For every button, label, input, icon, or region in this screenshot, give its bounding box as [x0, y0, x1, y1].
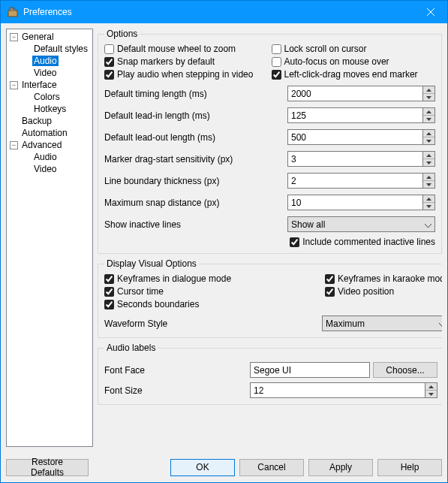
input-timing[interactable]: [287, 86, 422, 101]
checkbox[interactable]: [104, 300, 114, 309]
lbl-leadout: Default lead-out length (ms): [104, 132, 287, 143]
spin-up-icon[interactable]: [423, 108, 434, 116]
chevron-down-icon: [439, 318, 442, 329]
spin-linebound[interactable]: [287, 173, 435, 189]
checkbox[interactable]: [325, 274, 335, 284]
tree-node-default-styles[interactable]: Default styles: [7, 43, 92, 55]
cb-auto-focus[interactable]: Auto-focus on mouse over: [272, 56, 436, 67]
cancel-button[interactable]: Cancel: [239, 459, 304, 476]
checkbox[interactable]: [272, 70, 281, 80]
checkbox[interactable]: [325, 287, 335, 297]
checkbox[interactable]: [104, 44, 114, 54]
tree-node-audio[interactable]: Audio: [7, 55, 92, 67]
spin-down-icon[interactable]: [423, 181, 434, 188]
lbl-font-face: Font Face: [104, 365, 250, 376]
preferences-window: Preferences −General Default styles Audi…: [0, 0, 448, 483]
lbl-leadin: Default lead-in length (ms): [104, 110, 287, 121]
spin-down-icon[interactable]: [425, 391, 437, 397]
tree-node-adv-video[interactable]: Video: [7, 163, 92, 175]
input-font-face[interactable]: [250, 362, 370, 378]
spin-up-icon[interactable]: [425, 383, 437, 391]
spin-font-size[interactable]: [250, 382, 437, 398]
checkbox[interactable]: [104, 287, 114, 297]
tree-node-hotkeys[interactable]: Hotkeys: [7, 103, 92, 115]
category-tree[interactable]: −General Default styles Audio Video −Int…: [6, 29, 93, 447]
spin-up-icon[interactable]: [423, 152, 434, 159]
spin-leadin[interactable]: [287, 107, 435, 123]
spin-timing[interactable]: [287, 86, 435, 101]
checkbox[interactable]: [290, 237, 299, 247]
lbl-font-size: Font Size: [104, 385, 250, 396]
input-leadin[interactable]: [287, 107, 422, 123]
tree-node-adv-audio[interactable]: Audio: [7, 151, 92, 163]
lbl-timing: Default timing length (ms): [104, 89, 287, 99]
spin-leadout[interactable]: [287, 129, 435, 145]
lbl-linebound: Line boundary thickness (px): [104, 176, 287, 186]
cb-play-audio[interactable]: Play audio when stepping in video: [104, 69, 269, 80]
tree-node-advanced[interactable]: −Advanced: [7, 139, 92, 151]
checkbox[interactable]: [272, 57, 281, 67]
lbl-inactive: Show inactive lines: [104, 219, 287, 230]
spin-up-icon[interactable]: [423, 130, 434, 137]
checkbox[interactable]: [104, 57, 114, 67]
lbl-dragstart: Marker drag-start sensitivity (px): [104, 154, 287, 165]
audiolabels-legend: Audio labels: [104, 343, 158, 353]
choose-font-button[interactable]: Choose...: [373, 362, 437, 378]
restore-defaults-button[interactable]: Restore Defaults: [6, 459, 89, 476]
spin-down-icon[interactable]: [423, 159, 434, 166]
spin-up-icon[interactable]: [423, 195, 434, 203]
apply-button[interactable]: Apply: [308, 459, 373, 476]
cb-kf-karaoke[interactable]: Keyframes in karaoke mode: [325, 273, 442, 284]
input-snapdist[interactable]: [287, 195, 422, 210]
collapse-icon[interactable]: −: [10, 81, 18, 89]
input-font-size[interactable]: [250, 382, 425, 398]
spin-down-icon[interactable]: [423, 94, 434, 101]
help-button[interactable]: Help: [377, 459, 442, 476]
checkbox[interactable]: [104, 274, 114, 284]
tree-node-video[interactable]: Video: [7, 67, 92, 79]
checkbox[interactable]: [104, 70, 114, 80]
cb-video-pos[interactable]: Video position: [325, 286, 442, 297]
tree-node-interface[interactable]: −Interface: [7, 79, 92, 91]
collapse-icon[interactable]: −: [10, 141, 18, 149]
cb-seconds[interactable]: Seconds boundaries: [104, 299, 322, 309]
combo-inactive[interactable]: Show all: [287, 216, 435, 232]
input-dragstart[interactable]: [287, 151, 422, 167]
tree-node-colors[interactable]: Colors: [7, 91, 92, 103]
spin-dragstart[interactable]: [287, 151, 435, 167]
titlebar: Preferences: [1, 1, 447, 23]
spin-down-icon[interactable]: [423, 203, 434, 210]
checkbox[interactable]: [272, 44, 281, 54]
svg-rect-0: [8, 11, 17, 17]
window-title: Preferences: [23, 7, 413, 17]
display-legend: Display Visual Options: [104, 258, 199, 269]
collapse-icon[interactable]: −: [10, 33, 18, 41]
lbl-waveform: Waveform Style: [104, 318, 322, 329]
cb-left-click-drag[interactable]: Left-click-drag moves end marker: [272, 69, 436, 80]
combo-waveform[interactable]: Maximum: [322, 315, 442, 331]
options-group: Options Default mouse wheel to zoom Lock…: [98, 29, 442, 254]
footer: Restore Defaults OK Cancel Apply Help: [1, 452, 447, 482]
cb-kf-dialogue[interactable]: Keyframes in dialogue mode: [104, 273, 322, 284]
cb-default-wheel-zoom[interactable]: Default mouse wheel to zoom: [104, 44, 269, 54]
spin-up-icon[interactable]: [423, 86, 434, 94]
input-leadout[interactable]: [287, 129, 422, 145]
cb-include-commented[interactable]: Include commented inactive lines: [290, 237, 435, 247]
tree-node-backup[interactable]: Backup: [7, 115, 92, 127]
cb-lock-scroll[interactable]: Lock scroll on cursor: [272, 44, 436, 54]
spin-down-icon[interactable]: [423, 137, 434, 144]
display-group: Display Visual Options Keyframes in dial…: [98, 258, 442, 338]
spin-up-icon[interactable]: [423, 174, 434, 181]
cb-cursor-time[interactable]: Cursor time: [104, 286, 322, 297]
tree-node-automation[interactable]: Automation: [7, 127, 92, 139]
close-button[interactable]: [413, 1, 447, 23]
options-legend: Options: [104, 29, 140, 39]
input-linebound[interactable]: [287, 173, 422, 189]
ok-button[interactable]: OK: [170, 459, 235, 476]
spin-snapdist[interactable]: [287, 195, 435, 210]
tree-node-general[interactable]: −General: [7, 31, 92, 43]
app-icon: [7, 6, 19, 18]
cb-snap-markers[interactable]: Snap markers by default: [104, 56, 269, 67]
chevron-down-icon: [425, 219, 431, 230]
spin-down-icon[interactable]: [423, 116, 434, 122]
